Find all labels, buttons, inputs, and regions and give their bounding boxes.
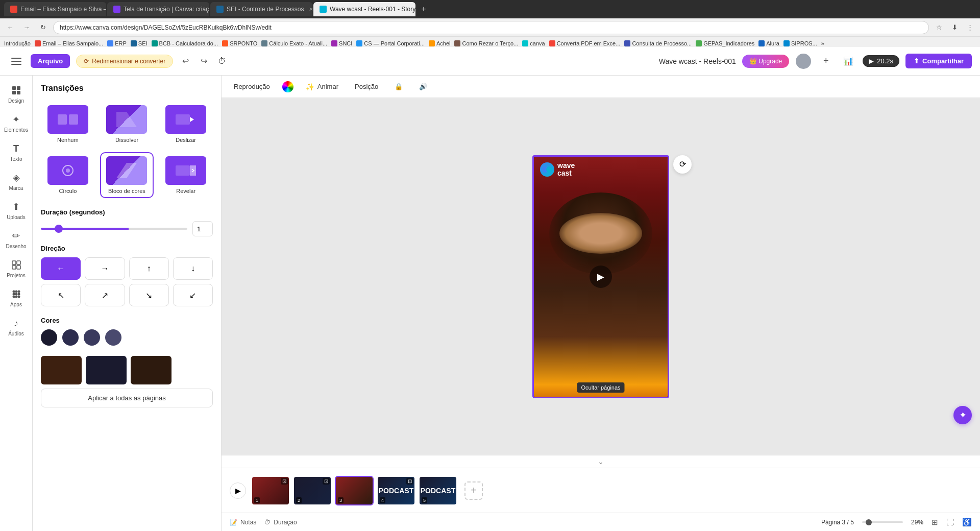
sidebar-item-uploads[interactable]: ⬆ Uploads	[0, 196, 32, 225]
bm-rezar[interactable]: Como Rezar o Terço...	[454, 40, 518, 46]
timeline-play-button[interactable]: ▶	[230, 482, 246, 499]
notas-button[interactable]: 📝 Notas	[230, 519, 256, 526]
sidebar-item-audios[interactable]: ♪ Áudios	[0, 312, 32, 342]
bm-cs[interactable]: CS — Portal Corporati...	[356, 40, 425, 46]
transition-dissolve-thumb	[106, 105, 147, 134]
resize-convert-button[interactable]: ⟳ Redimensionar e converter	[76, 55, 173, 68]
bm-calculo[interactable]: Cálculo Exato - Atuali...	[261, 40, 327, 46]
share-button[interactable]: ⬆ Compartilhar	[905, 54, 972, 68]
arquivo-button[interactable]: Arquivo	[31, 54, 70, 68]
upgrade-button[interactable]: 👑 Upgrade	[742, 55, 789, 68]
zoom-slider[interactable]	[862, 521, 903, 523]
transition-block[interactable]: Bloco de cores	[100, 152, 154, 198]
redo-button[interactable]: ↪	[198, 55, 210, 67]
download-button[interactable]: ⬇	[948, 21, 961, 34]
slide-4[interactable]: PODCAST 4 ⊡	[377, 476, 415, 505]
analytics-button[interactable]: 📊	[840, 53, 856, 69]
fullscreen-icon[interactable]: ⛶	[946, 518, 954, 526]
transition-circle[interactable]: Círculo	[41, 152, 95, 198]
url-bar[interactable]: https://www.canva.com/design/DAGELSoZvl/…	[53, 21, 929, 34]
color-swatch-2[interactable]	[62, 329, 79, 346]
dir-upright-button[interactable]: ↗	[85, 284, 125, 306]
dir-downleft-button[interactable]: ↙	[173, 284, 213, 306]
bm-more[interactable]: »	[821, 40, 824, 46]
color-swatch-1[interactable]	[41, 329, 57, 346]
slide-1[interactable]: 1 ⊡	[251, 476, 290, 505]
tab-gmail[interactable]: Email – Elias Sampaio e Silva – ... ✕	[4, 2, 106, 16]
svg-marker-24	[190, 117, 194, 122]
color-palette-button[interactable]	[282, 81, 293, 92]
reproducao-button[interactable]: Reprodução	[230, 81, 274, 92]
tab-wave[interactable]: Wave wcast - Reels-001 - Story ✕	[313, 2, 415, 16]
refresh-canvas-button[interactable]: ⟳	[673, 155, 692, 174]
tab-canva-transition[interactable]: Tela de transição | Canva: criaç... ✕	[107, 2, 209, 16]
posicao-button[interactable]: Posição	[351, 81, 382, 92]
forward-button[interactable]: →	[20, 21, 33, 34]
back-button[interactable]: ←	[4, 21, 16, 34]
bm-intro[interactable]: Introdução	[4, 40, 31, 46]
canvas-frame[interactable]: wavecast ▶ Ocultar páginas	[532, 155, 669, 398]
sidebar-item-projetos[interactable]: Projetos	[0, 254, 32, 283]
bm-erp[interactable]: ERP	[107, 40, 127, 46]
bm-alura[interactable]: Alura	[758, 40, 779, 46]
transition-dissolve[interactable]: Dissolver	[100, 101, 154, 147]
bm-consulta[interactable]: Consulta de Processo...	[624, 40, 692, 46]
svg-rect-3	[12, 86, 16, 90]
transition-reveal[interactable]: Revelar	[159, 152, 213, 198]
apply-all-button[interactable]: Aplicar a todas as páginas	[41, 389, 213, 407]
accessibility-icon[interactable]: ♿	[962, 518, 972, 527]
tab-sei-close[interactable]: ✕	[309, 6, 312, 13]
bm-srponto[interactable]: SRPONTO	[222, 40, 257, 46]
bm-gepas[interactable]: GEPAS_Indicadores	[696, 40, 754, 46]
bm-pdf[interactable]: Converta PDF em Exce...	[549, 40, 621, 46]
grid-view-icon[interactable]: ⊞	[932, 518, 938, 527]
transition-none[interactable]: Nenhum	[41, 101, 95, 147]
help-button[interactable]: ✦	[953, 406, 972, 424]
bm-canva[interactable]: canva	[522, 40, 545, 46]
menu-button[interactable]: ⋮	[964, 21, 976, 34]
bookmark-star[interactable]: ☆	[933, 21, 945, 34]
slide-3[interactable]: 3	[335, 476, 374, 505]
bm-achei[interactable]: Achei	[429, 40, 451, 46]
duration-slider[interactable]	[41, 228, 187, 230]
hamburger-menu[interactable]	[8, 53, 24, 69]
lock-button[interactable]: 🔒	[390, 81, 407, 92]
tab-sei[interactable]: SEI - Controle de Processos ✕	[210, 2, 312, 16]
duration-input[interactable]	[192, 221, 213, 236]
refresh-button[interactable]: ↻	[37, 21, 49, 34]
sidebar-item-texto[interactable]: T Texto	[0, 138, 32, 167]
sidebar-item-marca[interactable]: ◈ Marca	[0, 167, 32, 196]
add-page-button[interactable]: +	[818, 53, 834, 69]
play-button-overlay[interactable]: ▶	[590, 266, 612, 288]
color-swatch-3[interactable]	[84, 329, 100, 346]
add-slide-button[interactable]: +	[464, 481, 483, 500]
dir-left-button[interactable]: ←	[41, 257, 81, 280]
dir-down-button[interactable]: ↓	[173, 257, 213, 280]
bm-snci[interactable]: SNCI	[331, 40, 352, 46]
duracao-button[interactable]: ⏱ Duração	[264, 519, 297, 526]
dir-downright-button[interactable]: ↘	[129, 284, 169, 306]
bm-sipros[interactable]: SIPROS...	[783, 40, 817, 46]
sound-button[interactable]: 🔊	[415, 81, 431, 92]
sidebar-item-elementos[interactable]: ✦ Elementos	[0, 109, 32, 138]
new-tab-button[interactable]: +	[416, 2, 431, 16]
dir-up-button[interactable]: ↑	[129, 257, 169, 280]
bm-sei[interactable]: SEI	[131, 40, 148, 46]
slide-2[interactable]: 2 ⊡	[293, 476, 332, 505]
svg-point-19	[17, 296, 20, 298]
bm-email[interactable]: Email – Elias Sampaio...	[35, 40, 103, 46]
history-button[interactable]: ⏱	[216, 55, 228, 67]
sidebar-item-design[interactable]: Design	[0, 80, 32, 109]
color-swatch-4[interactable]	[105, 329, 121, 346]
sidebar-item-apps[interactable]: Apps	[0, 283, 32, 312]
sidebar-item-desenho[interactable]: ✏ Desenho	[0, 225, 32, 254]
slide-5[interactable]: PODCAST 5	[419, 476, 457, 505]
dir-right-button[interactable]: →	[85, 257, 125, 280]
collapse-timeline-button[interactable]: ⌄	[222, 455, 980, 468]
animar-button[interactable]: ✨ Animar	[302, 81, 342, 93]
transition-slide[interactable]: Deslizar	[159, 101, 213, 147]
undo-button[interactable]: ↩	[179, 55, 191, 67]
dir-upleft-button[interactable]: ↖	[41, 284, 81, 306]
bm-bcb[interactable]: BCB - Calculadora do...	[152, 40, 218, 46]
avatar-button[interactable]	[795, 53, 812, 69]
